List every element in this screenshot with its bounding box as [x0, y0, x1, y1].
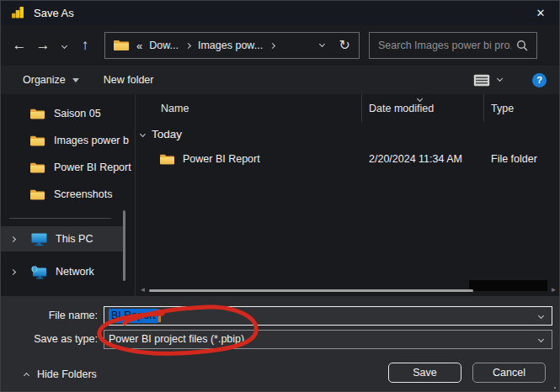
chevron-down-icon[interactable]	[538, 336, 544, 342]
file-name-input[interactable]: BI Report	[104, 306, 552, 326]
powerbi-logo-icon	[11, 6, 25, 19]
organize-label: Organize	[23, 74, 66, 86]
refresh-button[interactable]: ↻	[339, 39, 350, 52]
sidebar-item-this-pc[interactable]: This PC	[0, 226, 124, 252]
window-title: Save As	[34, 7, 74, 19]
sidebar-item-saison-05[interactable]: Saison 05	[0, 100, 135, 127]
sidebar-item-power-bi-report[interactable]: Power BI Report	[0, 154, 135, 181]
file-type-cell: File folder	[484, 153, 560, 165]
sidebar-item-label: Images power b	[54, 135, 129, 146]
resize-grip[interactable]	[554, 387, 556, 389]
sidebar-item-screenshots[interactable]: Screenshots	[0, 181, 135, 208]
breadcrumb-segment-downloads[interactable]: Dow...	[149, 40, 179, 51]
save-as-type-label: Save as type:	[0, 333, 104, 345]
column-header-type[interactable]: Type	[484, 94, 560, 122]
sidebar-item-label: Power BI Report	[54, 162, 131, 173]
view-details-icon[interactable]	[473, 74, 490, 87]
column-header-name[interactable]: Name	[136, 94, 362, 122]
sidebar-item-label: Saison 05	[54, 108, 101, 119]
chevron-right-icon[interactable]	[269, 42, 275, 48]
up-button[interactable]: ↑	[73, 33, 97, 58]
search-input[interactable]	[378, 40, 511, 51]
group-label: Today	[152, 128, 182, 140]
triangle-down-icon	[72, 78, 79, 82]
chevron-down-icon	[61, 42, 67, 48]
help-button[interactable]: ?	[532, 73, 547, 87]
sidebar-separator	[9, 218, 111, 219]
command-bar: Organize New folder ?	[0, 66, 560, 94]
breadcrumb-collapse[interactable]: «	[136, 40, 142, 52]
search-icon[interactable]	[516, 40, 528, 51]
file-list: Name Date modified Type Today Power BI R…	[136, 94, 560, 296]
navigation-bar: ← → ↑ « Dow... Images pow... ↻	[0, 25, 560, 66]
hide-folders-button[interactable]: Hide Folders	[24, 368, 97, 380]
save-button[interactable]: Save	[388, 363, 461, 383]
monitor-icon	[30, 232, 48, 246]
folder-icon	[29, 135, 45, 147]
save-as-type-row: Save as type: Power BI project files (*.…	[0, 329, 552, 349]
search-box[interactable]	[369, 32, 537, 59]
sort-indicator-icon	[417, 96, 423, 102]
table-row[interactable]: Power BI Report 2/20/2024 11:34 AM File …	[136, 147, 560, 171]
file-name-label: File name:	[0, 310, 104, 321]
sidebar-item-images-power-b[interactable]: Images power b	[0, 127, 135, 154]
sidebar-scrollbar[interactable]	[123, 210, 125, 281]
folder-icon	[29, 162, 45, 174]
back-icon: ←	[13, 37, 27, 54]
column-headers: Name Date modified Type	[136, 94, 560, 122]
address-bar[interactable]: « Dow... Images pow... ↻	[104, 32, 360, 59]
chevron-right-icon[interactable]	[185, 42, 191, 48]
sidebar-item-label: Network	[56, 266, 94, 278]
toolbar-right-group: ?	[473, 73, 547, 87]
save-as-type-select[interactable]: Power BI project files (*.pbip)	[104, 330, 552, 349]
file-name-value: BI Report	[109, 309, 158, 323]
horizontal-scrollbar[interactable]: ◄ ►	[136, 284, 560, 296]
view-dropdown-icon[interactable]	[497, 76, 503, 82]
history-dropdown-button[interactable]	[55, 33, 73, 58]
up-icon: ↑	[82, 37, 89, 54]
back-button[interactable]: ←	[8, 33, 31, 58]
group-header-today[interactable]: Today	[141, 128, 182, 140]
forward-icon: →	[36, 37, 51, 54]
folder-icon	[29, 108, 45, 120]
chevron-up-icon	[24, 373, 29, 379]
sidebar-item-label: This PC	[56, 233, 93, 245]
collapse-chevron-icon[interactable]	[140, 131, 146, 137]
text-caret	[158, 310, 161, 322]
breadcrumb-segment-images[interactable]: Images pow...	[198, 40, 263, 51]
organize-button[interactable]: Organize	[23, 74, 79, 86]
new-folder-button[interactable]: New folder	[104, 74, 154, 86]
chevron-down-icon[interactable]	[538, 312, 544, 318]
scrollbar-thumb[interactable]	[149, 289, 473, 292]
column-header-label: Date modified	[369, 103, 434, 114]
expand-chevron-icon[interactable]	[10, 268, 16, 274]
folder-icon	[113, 39, 130, 52]
folder-icon	[29, 188, 45, 201]
forward-button[interactable]: →	[31, 33, 55, 58]
file-name-cell: Power BI Report	[136, 153, 362, 166]
scroll-right-icon[interactable]: ►	[547, 284, 560, 296]
cancel-button[interactable]: Cancel	[472, 363, 546, 383]
sidebar-item-label: Screenshots	[54, 188, 112, 200]
bottom-panel: File name: BI Report Save as type: Power…	[0, 296, 560, 392]
sidebar: Saison 05 Images power b Power BI Report…	[0, 94, 136, 296]
expand-chevron-icon[interactable]	[10, 236, 16, 241]
main-area: Saison 05 Images power b Power BI Report…	[0, 94, 560, 296]
close-button[interactable]: ✕	[521, 0, 560, 25]
file-name-row: File name: BI Report	[0, 305, 552, 326]
hide-folders-label: Hide Folders	[37, 368, 97, 380]
address-dropdown-icon[interactable]	[319, 41, 325, 47]
file-name: Power BI Report	[183, 153, 260, 165]
sidebar-item-network[interactable]: Network	[0, 259, 135, 284]
folder-icon	[159, 153, 175, 166]
network-icon	[30, 265, 48, 279]
save-as-type-value: Power BI project files (*.pbip)	[109, 333, 244, 345]
column-header-date-modified[interactable]: Date modified	[362, 94, 484, 122]
scroll-left-icon[interactable]: ◄	[136, 284, 149, 296]
file-date-cell: 2/20/2024 11:34 AM	[362, 153, 484, 165]
title-bar: Save As ✕	[0, 0, 560, 25]
